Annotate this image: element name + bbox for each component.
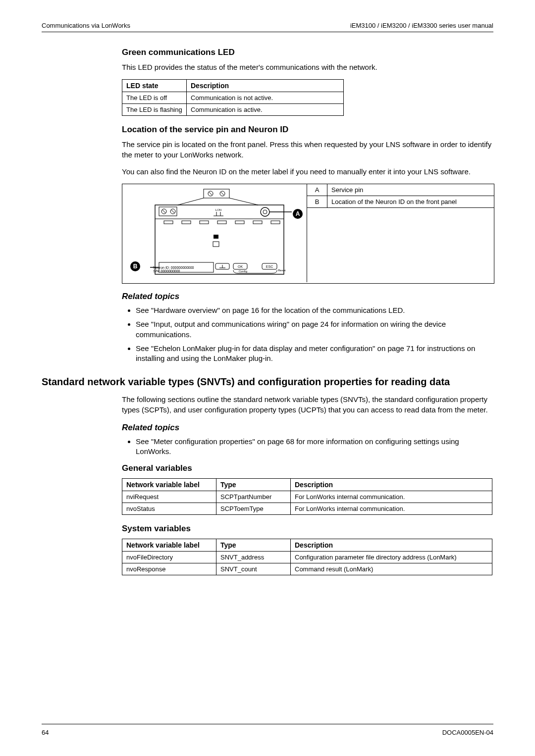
table-row: nvoStatus SCPToemType For LonWorks inter… [122, 503, 492, 515]
heading-snvt: Standard network variable types (SNVTs) … [42, 376, 493, 388]
heading-service-pin: Location of the service pin and Neuron I… [122, 125, 493, 135]
legend-text: Service pin [327, 184, 494, 196]
svg-text:OK: OK [238, 265, 243, 268]
svg-text:Config: Config [239, 270, 247, 273]
td-led-state: The LED is off [122, 92, 187, 104]
list-item: See "Meter configuration properties" on … [136, 437, 493, 457]
footer-rule [42, 724, 493, 724]
table-row: nviRequest SCPTpartNumber For LonWorks i… [122, 491, 492, 503]
svg-line-6 [229, 198, 258, 205]
callout-b: B [130, 261, 140, 271]
heading-green-led: Green communications LED [122, 48, 493, 57]
heading-general-vars: General variables [122, 463, 493, 473]
callout-a: A [293, 209, 303, 219]
figure-service-pin: LON [122, 184, 494, 284]
td-led-desc: Communication is not active. [187, 92, 344, 104]
svg-line-10 [162, 209, 166, 213]
figure-drawing: LON [122, 184, 307, 282]
table-led-state: LED state Description The LED is off Com… [122, 79, 344, 116]
table-general-vars: Network variable label Type Description … [122, 478, 492, 515]
svg-point-17 [261, 207, 269, 216]
svg-line-5 [178, 198, 204, 205]
th-led-state: LED state [122, 80, 187, 92]
heading-system-vars: System variables [122, 524, 493, 534]
heading-related-1: Related topics [122, 292, 493, 302]
svg-line-2 [209, 192, 213, 196]
table-row: nvoFileDirectory SNVT_address Configurat… [122, 552, 492, 563]
list-item: See "Input, output and communications wi… [136, 319, 493, 340]
header-rule [42, 32, 493, 32]
th-desc: Description [291, 479, 492, 491]
header-manual: iEM3100 / iEM3200 / iEM3300 series user … [350, 22, 493, 29]
related-list-1: See "Hardware overview" on page 16 for t… [122, 305, 493, 363]
figure-neuron-id: Neuron ID: 000000000000 S/N: 0000000000 [153, 266, 194, 273]
svg-rect-26 [253, 221, 262, 224]
header-section: Communications via LonWorks [42, 22, 130, 29]
para-green-led: This LED provides the status of the mete… [122, 62, 493, 72]
th-type: Type [216, 539, 291, 552]
th-label: Network variable label [122, 539, 216, 552]
para-snvt: The following sections outline the stand… [122, 395, 493, 415]
svg-point-18 [263, 210, 267, 214]
svg-rect-25 [235, 221, 244, 224]
td-led-desc: Communication is active. [187, 104, 344, 116]
svg-rect-28 [214, 235, 218, 239]
table-row: The LED is flashing Communication is act… [122, 104, 344, 116]
svg-rect-29 [213, 242, 219, 247]
svg-rect-0 [204, 189, 229, 198]
table-row: The LED is off Communication is not acti… [122, 92, 344, 104]
related-list-2: See "Meter configuration properties" on … [122, 437, 493, 457]
footer-doc: DOCA0005EN-04 [442, 729, 493, 736]
list-item: See "Hardware overview" on page 16 for t… [136, 305, 493, 315]
svg-rect-24 [217, 221, 226, 224]
svg-rect-22 [182, 221, 191, 224]
svg-text:Reset: Reset [278, 269, 286, 272]
legend-text: Location of the Neuron ID on the front p… [327, 196, 494, 208]
svg-line-4 [220, 192, 224, 196]
th-led-desc: Description [187, 80, 344, 92]
figure-legend: A Service pin B Location of the Neuron I… [307, 184, 494, 208]
svg-rect-7 [155, 205, 284, 274]
svg-line-12 [171, 209, 175, 213]
th-label: Network variable label [122, 479, 216, 491]
list-item: See "Echelon LonMaker plug-in for data d… [136, 344, 493, 364]
legend-key: A [307, 184, 327, 196]
svg-text:ESC: ESC [266, 265, 273, 268]
table-system-vars: Network variable label Type Description … [122, 539, 492, 575]
svg-text:LON: LON [215, 208, 221, 211]
svg-rect-21 [164, 221, 173, 224]
td-led-state: The LED is flashing [122, 104, 187, 116]
th-desc: Description [291, 539, 492, 552]
heading-related-2: Related topics [122, 423, 493, 433]
footer-page: 64 [42, 729, 49, 736]
table-row: nvoResponse SNVT_count Command result (L… [122, 563, 492, 575]
th-type: Type [216, 479, 291, 491]
legend-key: B [307, 196, 327, 208]
svg-rect-27 [271, 221, 280, 224]
svg-rect-23 [200, 221, 209, 224]
para-service-pin-2: You can also find the Neuron ID on the m… [122, 167, 493, 177]
para-service-pin-1: The service pin is located on the front … [122, 140, 493, 160]
